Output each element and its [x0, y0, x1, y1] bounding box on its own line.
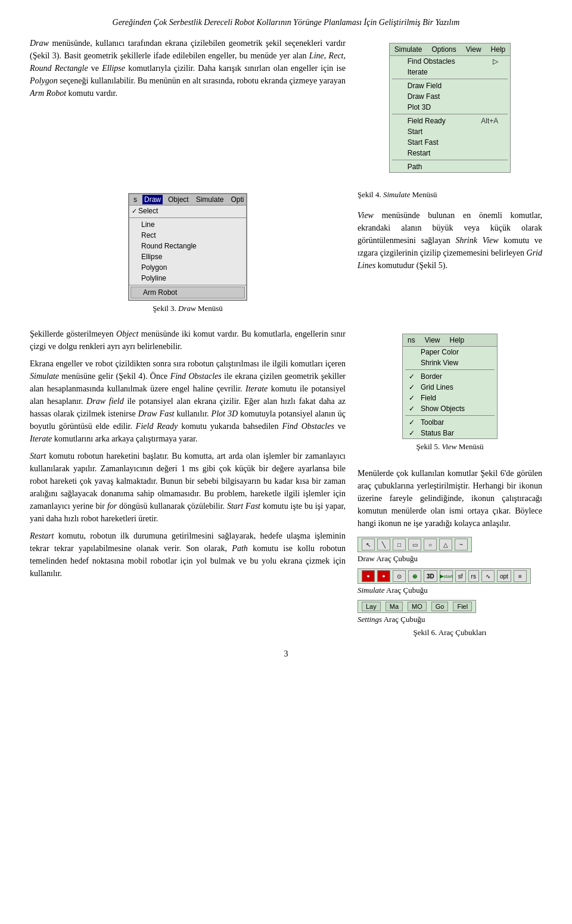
toolbar-item[interactable]: ✓Toolbar — [403, 417, 497, 428]
draw-menu-screenshot: s Draw Object Simulate Opti Select Line … — [128, 193, 247, 301]
sim-wave-btn[interactable]: ∿ — [481, 570, 495, 582]
border-item[interactable]: ✓Border — [403, 371, 497, 382]
sim-opt-btn[interactable]: opt — [497, 570, 511, 582]
ma-btn[interactable]: Ma — [386, 602, 403, 611]
sim-menu-btn[interactable]: ≡ — [514, 570, 527, 582]
line-item[interactable]: Line — [129, 219, 246, 230]
opti-label[interactable]: Opti — [229, 195, 245, 204]
draw-toolbar-section: ↖ ╲ □ ▭ ○ △ ~ Draw Araç Çubuğu — [358, 537, 542, 564]
view-description: View menüsünde bulunan en önemli komutla… — [358, 209, 542, 272]
divider2 — [129, 285, 246, 285]
sim-btn-1[interactable]: ● — [362, 570, 375, 582]
shrink-view-item[interactable]: Shrink View — [403, 357, 497, 368]
sim-3d-btn[interactable]: 3D — [424, 570, 437, 582]
sim-btn-3[interactable]: ⊙ — [393, 570, 406, 582]
simulate-menu-figure: Simulate Options View Help Find Obstacle… — [358, 43, 542, 173]
round-rectangle-item[interactable]: Round Rectangle — [129, 241, 246, 251]
settings-toolbar-label: Settings Araç Çubuğu — [358, 615, 542, 624]
object-label[interactable]: Object — [166, 195, 191, 204]
select-item[interactable]: Select — [129, 206, 246, 216]
simulate-toolbar-section: ● ● ⊙ ⊕ 3D ▶start sf rs ∿ opt ≡ Simulate… — [358, 568, 542, 595]
sim-rs-btn[interactable]: rs — [468, 570, 479, 582]
simulate-menu-bar: Simulate Options View Help — [390, 43, 511, 56]
start-item[interactable]: Start — [390, 126, 511, 137]
start-fast-item[interactable]: Start Fast — [390, 137, 511, 148]
plot-3d-item[interactable]: Plot 3D — [390, 102, 511, 113]
view-tab[interactable]: View — [422, 335, 443, 345]
s-label: s — [132, 195, 139, 204]
polyline-item[interactable]: Polyline — [129, 273, 246, 284]
divider-3 — [392, 160, 508, 160]
restart-item[interactable]: Restart — [390, 148, 511, 158]
options-menu-item[interactable]: Options — [429, 45, 458, 54]
shortcut-label: Alt+A — [469, 117, 498, 125]
paragraph-start: Start komutu robotun hareketini başlatır… — [30, 450, 346, 525]
fig6-caption: Şekil 6. Araç Çubukları — [358, 628, 542, 637]
draw-field-item[interactable]: Draw Field — [390, 80, 511, 91]
sim-btn-2[interactable]: ● — [377, 570, 390, 582]
draw-line-btn[interactable]: ╲ — [377, 539, 390, 550]
check-icon: ✓ — [409, 405, 417, 413]
draw-menu-title-bar: s Draw Object Simulate Opti — [129, 194, 246, 206]
body-section: Şekillerde gösterilmeyen Object menüsünd… — [30, 328, 542, 637]
left-column: Draw menüsünde, kullanıcı tarafından ekr… — [30, 37, 346, 179]
page: Gereğinden Çok Serbestlik Dereceli Robot… — [0, 0, 572, 683]
grid-lines-item[interactable]: ✓Grid Lines — [403, 382, 497, 393]
arrow-icon: ▷ — [487, 57, 498, 66]
right-column: Simulate Options View Help Find Obstacle… — [358, 37, 542, 179]
view-menu-figure: ns View Help Paper Color Shrink View ✓Bo… — [358, 334, 542, 452]
divider — [129, 217, 246, 218]
help-tab[interactable]: Help — [447, 335, 467, 345]
page-title: Gereğinden Çok Serbestlik Dereceli Robot… — [30, 18, 542, 27]
draw-menu-col: s Draw Object Simulate Opti Select Line … — [30, 187, 346, 319]
divider-2 — [392, 114, 508, 114]
simulate-toolbar-label: Simulate Araç Çubuğu — [358, 586, 542, 595]
sim-sf-btn[interactable]: sf — [455, 570, 466, 582]
sim-btn-4[interactable]: ⊕ — [408, 570, 421, 582]
draw-polygon-btn[interactable]: △ — [439, 539, 452, 550]
fig5-caption: Şekil 5. View Menüsü — [416, 442, 483, 452]
check-icon: ✓ — [409, 383, 417, 391]
page-number: 3 — [30, 649, 542, 659]
field-ready-item[interactable]: Field Ready Alt+A — [390, 116, 511, 126]
lay-btn[interactable]: Lay — [362, 602, 381, 611]
draw-polyline-btn[interactable]: ~ — [455, 539, 468, 550]
draw-round-rect-btn[interactable]: ▭ — [408, 539, 421, 550]
draw-select-btn[interactable]: ↖ — [362, 539, 375, 550]
draw-ellipse-btn[interactable]: ○ — [424, 539, 437, 550]
draw-fast-item[interactable]: Draw Fast — [390, 91, 511, 102]
show-objects-item[interactable]: ✓Show Objects — [403, 403, 497, 414]
draw-label[interactable]: Draw — [142, 195, 163, 204]
paragraph-object: Şekillerde gösterilmeyen Object menüsünd… — [30, 328, 346, 353]
draw-toolbar: ↖ ╲ □ ▭ ○ △ ~ — [358, 537, 472, 552]
arm-robot-item[interactable]: Arm Robot — [130, 287, 245, 298]
sim-start-btn[interactable]: ▶start — [440, 570, 453, 582]
fiel-btn[interactable]: Fiel — [453, 602, 472, 611]
fig4-caption: Şekil 4. Simulate Menüsü — [358, 190, 542, 200]
field-item[interactable]: ✓Field — [403, 393, 497, 403]
path-item[interactable]: Path — [390, 161, 511, 172]
polygon-item[interactable]: Polygon — [129, 262, 246, 273]
help-menu-item[interactable]: Help — [489, 45, 508, 54]
mo-btn[interactable]: MO — [408, 602, 427, 611]
paper-color-item[interactable]: Paper Color — [403, 347, 497, 357]
status-bar-item[interactable]: ✓Status Bar — [403, 428, 497, 438]
simulate-menu-item[interactable]: Simulate — [392, 45, 425, 54]
ellipse-item[interactable]: Ellipse — [129, 251, 246, 262]
divider-1 — [392, 79, 508, 79]
top-section: Draw menüsünde, kullanıcı tarafından ekr… — [30, 37, 542, 179]
draw-menu-figure: s Draw Object Simulate Opti Select Line … — [30, 193, 346, 313]
settings-toolbar-section: Lay Ma MO Go Fiel Settings Araç Çubuğu — [358, 600, 542, 624]
paragraph-restart: Restart komutu, robotun ilk durumuna get… — [30, 530, 346, 580]
find-obstacles-item[interactable]: Find Obstacles ▷ — [390, 56, 511, 67]
divider-1 — [405, 369, 495, 370]
middle-section: s Draw Object Simulate Opti Select Line … — [30, 187, 542, 319]
simulate-label[interactable]: Simulate — [194, 195, 226, 204]
simulate-caption-col: Şekil 4. Simulate Menüsü View menüsünde … — [358, 187, 542, 319]
iterate-item[interactable]: Iterate — [390, 67, 511, 77]
check-icon: ✓ — [409, 394, 417, 402]
draw-rect-btn[interactable]: □ — [393, 539, 406, 550]
view-menu-item[interactable]: View — [464, 45, 484, 54]
rect-item[interactable]: Rect — [129, 230, 246, 241]
go-btn[interactable]: Go — [431, 602, 449, 611]
